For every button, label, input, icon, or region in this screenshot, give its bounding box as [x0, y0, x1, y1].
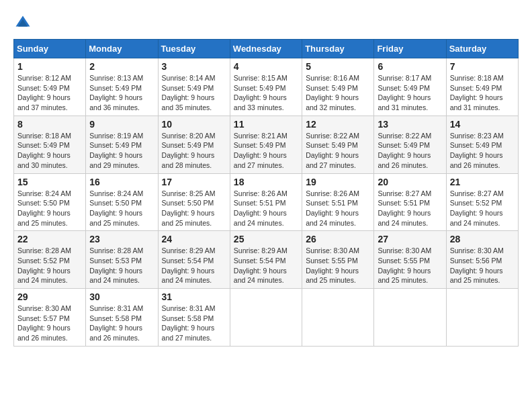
calendar-cell: 26 Sunrise: 8:30 AMSunset: 5:55 PMDaylig…	[302, 231, 374, 289]
calendar-cell	[446, 289, 518, 347]
calendar-cell: 11 Sunrise: 8:21 AMSunset: 5:49 PMDaylig…	[230, 116, 302, 173]
calendar-cell: 14 Sunrise: 8:23 AMSunset: 5:49 PMDaylig…	[446, 116, 518, 173]
day-number: 29	[17, 291, 82, 302]
day-info: Sunrise: 8:20 AMSunset: 5:49 PMDaylight:…	[162, 132, 216, 169]
day-number: 16	[89, 177, 154, 187]
day-info: Sunrise: 8:26 AMSunset: 5:51 PMDaylight:…	[306, 189, 359, 227]
day-info: Sunrise: 8:13 AMSunset: 5:49 PMDaylight:…	[89, 74, 143, 111]
calendar-header-friday: Friday	[374, 40, 446, 58]
day-number: 18	[234, 177, 298, 187]
day-info: Sunrise: 8:31 AMSunset: 5:58 PMDaylight:…	[162, 304, 216, 342]
calendar-cell: 28 Sunrise: 8:30 AMSunset: 5:56 PMDaylig…	[446, 231, 518, 289]
day-number: 9	[89, 119, 154, 130]
day-info: Sunrise: 8:29 AMSunset: 5:54 PMDaylight:…	[234, 246, 287, 284]
day-info: Sunrise: 8:30 AMSunset: 5:57 PMDaylight:…	[17, 304, 71, 342]
day-info: Sunrise: 8:30 AMSunset: 5:55 PMDaylight:…	[306, 246, 359, 284]
calendar-cell: 1 Sunrise: 8:12 AMSunset: 5:49 PMDayligh…	[14, 58, 86, 116]
day-info: Sunrise: 8:24 AMSunset: 5:50 PMDaylight:…	[17, 189, 71, 227]
day-number: 31	[162, 291, 226, 302]
calendar-cell: 25 Sunrise: 8:29 AMSunset: 5:54 PMDaylig…	[230, 231, 302, 289]
day-number: 28	[450, 234, 515, 244]
day-info: Sunrise: 8:16 AMSunset: 5:49 PMDaylight:…	[306, 74, 359, 111]
day-info: Sunrise: 8:19 AMSunset: 5:49 PMDaylight:…	[89, 132, 143, 169]
calendar-cell: 17 Sunrise: 8:25 AMSunset: 5:50 PMDaylig…	[158, 173, 230, 231]
day-info: Sunrise: 8:18 AMSunset: 5:49 PMDaylight:…	[17, 132, 71, 169]
day-number: 4	[234, 61, 298, 72]
calendar-header-tuesday: Tuesday	[158, 40, 230, 58]
day-info: Sunrise: 8:28 AMSunset: 5:52 PMDaylight:…	[17, 246, 71, 284]
calendar-header-saturday: Saturday	[446, 40, 518, 58]
calendar-cell: 15 Sunrise: 8:24 AMSunset: 5:50 PMDaylig…	[14, 173, 86, 231]
day-number: 27	[378, 234, 442, 244]
day-info: Sunrise: 8:21 AMSunset: 5:49 PMDaylight:…	[234, 132, 287, 169]
calendar-header-wednesday: Wednesday	[230, 40, 302, 58]
calendar-cell: 2 Sunrise: 8:13 AMSunset: 5:49 PMDayligh…	[86, 58, 158, 116]
calendar-cell: 6 Sunrise: 8:17 AMSunset: 5:49 PMDayligh…	[374, 58, 446, 116]
day-number: 7	[450, 61, 515, 72]
calendar-cell: 20 Sunrise: 8:27 AMSunset: 5:51 PMDaylig…	[374, 173, 446, 231]
calendar-cell	[374, 289, 446, 347]
day-number: 11	[234, 119, 298, 130]
day-info: Sunrise: 8:26 AMSunset: 5:51 PMDaylight:…	[234, 189, 287, 227]
calendar-cell: 12 Sunrise: 8:22 AMSunset: 5:49 PMDaylig…	[302, 116, 374, 173]
calendar-cell: 8 Sunrise: 8:18 AMSunset: 5:49 PMDayligh…	[14, 116, 86, 173]
day-number: 26	[306, 234, 370, 244]
calendar-header-row: SundayMondayTuesdayWednesdayThursdayFrid…	[14, 40, 519, 58]
logo-icon	[13, 13, 32, 32]
day-info: Sunrise: 8:31 AMSunset: 5:58 PMDaylight:…	[89, 304, 143, 342]
day-number: 10	[162, 119, 226, 130]
logo	[13, 13, 35, 32]
calendar-cell: 18 Sunrise: 8:26 AMSunset: 5:51 PMDaylig…	[230, 173, 302, 231]
calendar-cell: 5 Sunrise: 8:16 AMSunset: 5:49 PMDayligh…	[302, 58, 374, 116]
day-info: Sunrise: 8:12 AMSunset: 5:49 PMDaylight:…	[17, 74, 71, 111]
day-info: Sunrise: 8:25 AMSunset: 5:50 PMDaylight:…	[162, 189, 216, 227]
calendar: SundayMondayTuesdayWednesdayThursdayFrid…	[13, 39, 519, 347]
calendar-week-4: 22 Sunrise: 8:28 AMSunset: 5:52 PMDaylig…	[14, 231, 519, 289]
calendar-cell: 3 Sunrise: 8:14 AMSunset: 5:49 PMDayligh…	[158, 58, 230, 116]
day-number: 21	[450, 177, 515, 187]
day-info: Sunrise: 8:14 AMSunset: 5:49 PMDaylight:…	[162, 74, 216, 111]
day-number: 15	[17, 177, 82, 187]
calendar-cell: 31 Sunrise: 8:31 AMSunset: 5:58 PMDaylig…	[158, 289, 230, 347]
calendar-week-3: 15 Sunrise: 8:24 AMSunset: 5:50 PMDaylig…	[14, 173, 519, 231]
calendar-cell: 29 Sunrise: 8:30 AMSunset: 5:57 PMDaylig…	[14, 289, 86, 347]
day-info: Sunrise: 8:24 AMSunset: 5:50 PMDaylight:…	[89, 189, 143, 227]
day-number: 3	[162, 61, 226, 72]
calendar-week-1: 1 Sunrise: 8:12 AMSunset: 5:49 PMDayligh…	[14, 58, 519, 116]
calendar-cell: 27 Sunrise: 8:30 AMSunset: 5:55 PMDaylig…	[374, 231, 446, 289]
day-number: 13	[378, 119, 442, 130]
day-number: 25	[234, 234, 298, 244]
calendar-cell	[302, 289, 374, 347]
calendar-cell: 10 Sunrise: 8:20 AMSunset: 5:49 PMDaylig…	[158, 116, 230, 173]
day-number: 30	[89, 291, 154, 302]
calendar-cell: 23 Sunrise: 8:28 AMSunset: 5:53 PMDaylig…	[86, 231, 158, 289]
calendar-cell: 22 Sunrise: 8:28 AMSunset: 5:52 PMDaylig…	[14, 231, 86, 289]
calendar-cell: 21 Sunrise: 8:27 AMSunset: 5:52 PMDaylig…	[446, 173, 518, 231]
day-number: 14	[450, 119, 515, 130]
day-info: Sunrise: 8:27 AMSunset: 5:51 PMDaylight:…	[378, 189, 431, 227]
day-number: 8	[17, 119, 82, 130]
calendar-week-2: 8 Sunrise: 8:18 AMSunset: 5:49 PMDayligh…	[14, 116, 519, 173]
calendar-header-sunday: Sunday	[14, 40, 86, 58]
day-number: 17	[162, 177, 226, 187]
day-info: Sunrise: 8:29 AMSunset: 5:54 PMDaylight:…	[162, 246, 216, 284]
day-info: Sunrise: 8:28 AMSunset: 5:53 PMDaylight:…	[89, 246, 143, 284]
day-info: Sunrise: 8:22 AMSunset: 5:49 PMDaylight:…	[378, 132, 431, 169]
calendar-header-monday: Monday	[86, 40, 158, 58]
day-number: 1	[17, 61, 82, 72]
calendar-cell: 30 Sunrise: 8:31 AMSunset: 5:58 PMDaylig…	[86, 289, 158, 347]
calendar-cell: 13 Sunrise: 8:22 AMSunset: 5:49 PMDaylig…	[374, 116, 446, 173]
day-number: 19	[306, 177, 370, 187]
day-info: Sunrise: 8:23 AMSunset: 5:49 PMDaylight:…	[450, 132, 504, 169]
day-number: 22	[17, 234, 82, 244]
day-info: Sunrise: 8:22 AMSunset: 5:49 PMDaylight:…	[306, 132, 359, 169]
day-info: Sunrise: 8:27 AMSunset: 5:52 PMDaylight:…	[450, 189, 504, 227]
day-info: Sunrise: 8:18 AMSunset: 5:49 PMDaylight:…	[450, 74, 504, 111]
day-number: 12	[306, 119, 370, 130]
header	[13, 13, 519, 32]
calendar-cell: 9 Sunrise: 8:19 AMSunset: 5:49 PMDayligh…	[86, 116, 158, 173]
day-number: 6	[378, 61, 442, 72]
day-info: Sunrise: 8:30 AMSunset: 5:56 PMDaylight:…	[450, 246, 504, 284]
calendar-cell: 4 Sunrise: 8:15 AMSunset: 5:49 PMDayligh…	[230, 58, 302, 116]
calendar-week-5: 29 Sunrise: 8:30 AMSunset: 5:57 PMDaylig…	[14, 289, 519, 347]
